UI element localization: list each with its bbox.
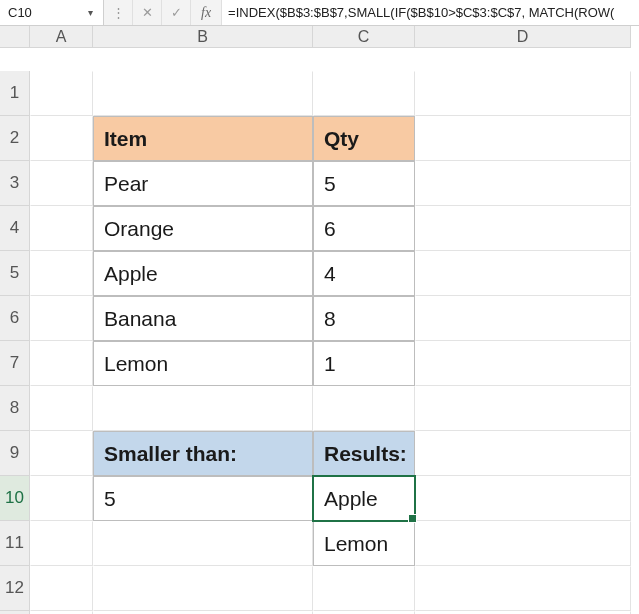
cell-C4[interactable]: 6 xyxy=(313,206,415,251)
cell-D12[interactable] xyxy=(415,566,631,611)
row-header-11[interactable]: 11 xyxy=(0,521,30,566)
cell-A8[interactable] xyxy=(30,386,93,431)
cell-B12[interactable] xyxy=(93,566,313,611)
formula-text: =INDEX($B$3:$B$7,SMALL(IF($B$10>$C$3:$C$… xyxy=(228,5,614,20)
cell-D7[interactable] xyxy=(415,341,631,386)
fx-icon: fx xyxy=(197,5,215,21)
check-icon: ✓ xyxy=(168,5,184,20)
row-header-5[interactable]: 5 xyxy=(0,251,30,296)
spreadsheet-grid[interactable]: A B C D 1 2 Item Qty 3 Pear 5 4 Orange 6… xyxy=(0,26,639,614)
cell-C9[interactable]: Results: xyxy=(313,431,415,476)
cell-C1[interactable] xyxy=(313,71,415,116)
cell-B6[interactable]: Banana xyxy=(93,296,313,341)
col-header-A[interactable]: A xyxy=(30,26,93,48)
enter-button[interactable]: ✓ xyxy=(162,0,191,25)
row-header-6[interactable]: 6 xyxy=(0,296,30,341)
col-header-C[interactable]: C xyxy=(313,26,415,48)
cell-D11[interactable] xyxy=(415,521,631,566)
cell-B10[interactable]: 5 xyxy=(93,476,313,521)
cell-A2[interactable] xyxy=(30,116,93,161)
cell-C12[interactable] xyxy=(313,566,415,611)
cell-C7[interactable]: 1 xyxy=(313,341,415,386)
cell-C6[interactable]: 8 xyxy=(313,296,415,341)
cell-A3[interactable] xyxy=(30,161,93,206)
cell-C8[interactable] xyxy=(313,386,415,431)
cell-D9[interactable] xyxy=(415,431,631,476)
close-icon: ✕ xyxy=(139,5,155,20)
cell-A9[interactable] xyxy=(30,431,93,476)
cell-A4[interactable] xyxy=(30,206,93,251)
cell-B7[interactable]: Lemon xyxy=(93,341,313,386)
cell-D10[interactable] xyxy=(415,476,631,521)
cell-B3[interactable]: Pear xyxy=(93,161,313,206)
cell-B2[interactable]: Item xyxy=(93,116,313,161)
row-header-10[interactable]: 10 xyxy=(0,476,30,521)
cell-C10[interactable]: Apple xyxy=(313,476,415,521)
row-header-12[interactable]: 12 xyxy=(0,566,30,611)
chevron-down-icon[interactable]: ▾ xyxy=(83,7,97,18)
formula-bar-buttons: ⋮ xyxy=(104,0,133,25)
row-header-9[interactable]: 9 xyxy=(0,431,30,476)
col-header-D[interactable]: D xyxy=(415,26,631,48)
row-header-1[interactable]: 1 xyxy=(0,71,30,116)
cell-A5[interactable] xyxy=(30,251,93,296)
row-header-7[interactable]: 7 xyxy=(0,341,30,386)
cell-C5[interactable]: 4 xyxy=(313,251,415,296)
cell-A11[interactable] xyxy=(30,521,93,566)
cell-C2[interactable]: Qty xyxy=(313,116,415,161)
cell-D3[interactable] xyxy=(415,161,631,206)
cell-A6[interactable] xyxy=(30,296,93,341)
cell-D6[interactable] xyxy=(415,296,631,341)
cell-B5[interactable]: Apple xyxy=(93,251,313,296)
cancel-button[interactable]: ✕ xyxy=(133,0,162,25)
select-all-corner[interactable] xyxy=(0,26,30,48)
cell-C11[interactable]: Lemon xyxy=(313,521,415,566)
cell-D2[interactable] xyxy=(415,116,631,161)
cell-D1[interactable] xyxy=(415,71,631,116)
cell-A1[interactable] xyxy=(30,71,93,116)
cell-B9[interactable]: Smaller than: xyxy=(93,431,313,476)
cell-B11[interactable] xyxy=(93,521,313,566)
cell-D8[interactable] xyxy=(415,386,631,431)
cell-B1[interactable] xyxy=(93,71,313,116)
col-header-B[interactable]: B xyxy=(93,26,313,48)
cell-A7[interactable] xyxy=(30,341,93,386)
name-box-value: C10 xyxy=(8,5,83,20)
cell-C3[interactable]: 5 xyxy=(313,161,415,206)
formula-bar: C10 ▾ ⋮ ✕ ✓ fx =INDEX($B$3:$B$7,SMALL(IF… xyxy=(0,0,639,26)
dots-icon: ⋮ xyxy=(110,5,126,20)
row-header-8[interactable]: 8 xyxy=(0,386,30,431)
row-header-3[interactable]: 3 xyxy=(0,161,30,206)
cell-B4[interactable]: Orange xyxy=(93,206,313,251)
cell-D5[interactable] xyxy=(415,251,631,296)
cell-B8[interactable] xyxy=(93,386,313,431)
formula-input[interactable]: =INDEX($B$3:$B$7,SMALL(IF($B$10>$C$3:$C$… xyxy=(221,0,639,25)
cell-D4[interactable] xyxy=(415,206,631,251)
cell-A12[interactable] xyxy=(30,566,93,611)
name-box[interactable]: C10 ▾ xyxy=(0,0,104,25)
cell-A10[interactable] xyxy=(30,476,93,521)
row-header-4[interactable]: 4 xyxy=(0,206,30,251)
row-header-2[interactable]: 2 xyxy=(0,116,30,161)
fx-button[interactable]: fx xyxy=(191,0,221,25)
